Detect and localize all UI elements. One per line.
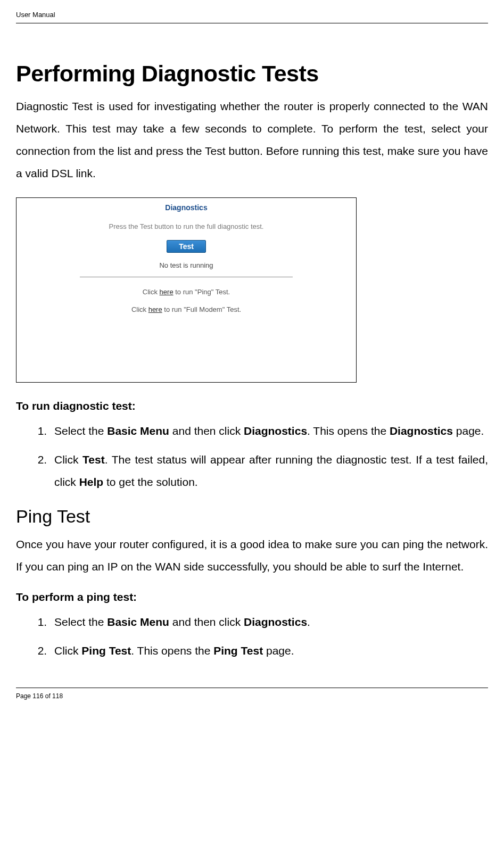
ping-step-1: Select the Basic Menu and then click Dia… [50,611,488,633]
step-bold: Diagnostics [244,425,307,437]
link-text-pre: Click [143,288,160,296]
step-bold: Help [79,476,104,488]
step-text: Select the [54,425,107,437]
step-bold: Test [82,453,105,466]
step-text: Click [54,644,81,657]
diagnostics-panel-title: Diagnostics [16,198,356,212]
ping-intro-paragraph: Once you have your router configured, it… [16,533,488,578]
ping-test-here-link[interactable]: here [160,288,173,296]
step-text: page. [263,644,294,657]
diagnostics-instruction: Press the Test button to run the full di… [16,222,356,230]
step-text: . [307,616,310,628]
link-text-pre2: Click [131,305,148,313]
step-bold: Diagnostics [244,616,307,628]
step-bold: Diagnostics [390,425,453,437]
diagnostics-screenshot: Diagnostics Press the Test button to run… [16,197,357,383]
step-text: . This opens the [131,644,213,657]
diag-test-steps: Select the Basic Menu and then click Dia… [50,420,488,493]
diag-step-2: Click Test. The test status will appear … [50,449,488,493]
test-button-container: Test [16,240,356,253]
step-text: Click [54,453,82,466]
ping-test-steps: Select the Basic Menu and then click Dia… [50,611,488,662]
step-bold: Ping Test [81,644,131,657]
ping-test-heading: Ping Test [16,506,488,527]
diagnostics-status: No test is running [80,261,293,277]
step-bold: Basic Menu [107,425,169,437]
page-header: User Manual [16,11,488,23]
ping-test-subhead: To perform a ping test: [16,591,488,603]
step-text: . This opens the [307,425,390,437]
ping-test-link-row: Click here to run "Ping" Test. [16,288,356,296]
step-text: and then click [169,425,244,437]
full-modem-link-row: Click here to run "Full Modem" Test. [16,305,356,313]
step-text: Select the [54,616,107,628]
page-footer: Page 116 of 118 [16,688,488,700]
step-bold: Basic Menu [107,616,169,628]
ping-step-2: Click Ping Test. This opens the Ping Tes… [50,640,488,662]
intro-paragraph: Diagnostic Test is used for investigatin… [16,95,488,185]
link-text-post2: to run "Full Modem" Test. [162,305,241,313]
diag-test-subhead: To run diagnostic test: [16,400,488,412]
step-text: to get the solution. [103,476,197,488]
header-title: User Manual [16,11,55,19]
step-bold: Ping Test [213,644,263,657]
diag-step-1: Select the Basic Menu and then click Dia… [50,420,488,442]
page-number: Page 116 of 118 [16,692,63,700]
test-button[interactable]: Test [167,240,206,253]
link-text-post: to run "Ping" Test. [173,288,230,296]
step-text: page. [453,425,484,437]
full-modem-here-link[interactable]: here [148,305,162,313]
main-heading: Performing Diagnostic Tests [16,61,488,87]
step-text: and then click [169,616,244,628]
